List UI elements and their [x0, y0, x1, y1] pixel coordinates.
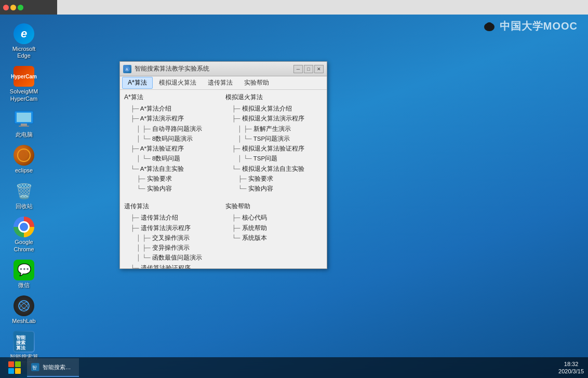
svg-text:搜索: 搜索: [16, 340, 25, 345]
tree-item-mutation[interactable]: │ ├─ 变异操作演示: [124, 243, 221, 253]
tree-item-a-star-demo[interactable]: ├─ A*算法演示程序: [124, 114, 221, 124]
menu-help[interactable]: 实验帮助: [239, 77, 274, 88]
minimize-btn[interactable]: [10, 5, 16, 10]
icon-solveigmm[interactable]: HyperCam SolveigMMHyperCam: [5, 63, 43, 104]
app-content: A*算法 ├─ A*算法介绍 ├─ A*算法演示程序 │ ├─ 自动寻路问题演示…: [120, 90, 327, 268]
meshlab-label: MeshLab: [12, 318, 35, 325]
chrome-icon-img: [14, 217, 34, 237]
tree-item-sys-version[interactable]: └─ 系统版本: [225, 233, 323, 243]
tree-item-a-star-req[interactable]: ├─ 实验要求: [124, 174, 221, 184]
taskbar-time: 18:32 2020/3/15: [558, 360, 584, 375]
genetic-header: 遗传算法: [124, 202, 221, 211]
svg-text:A: A: [126, 68, 128, 71]
tree-item-genetic-verify[interactable]: ├─ 遗传算法验证程序: [124, 263, 221, 269]
screenshot-toolbar: [0, 0, 57, 15]
recycle-label: 回收站: [16, 203, 33, 210]
right-column: 模拟退火算法 ├─ 模拟退火算法介绍 ├─ 模拟退火算法演示程序 │ ├─ 新解…: [225, 93, 323, 265]
app-minimize-btn[interactable]: ─: [293, 65, 303, 73]
app-titlebar: A 智能搜索算法教学实验系统 ─ □ ✕: [120, 62, 327, 76]
tree-item-8puzzle-demo[interactable]: │ └─ 8数码问题演示: [124, 134, 221, 144]
svg-point-8: [18, 150, 26, 160]
tree-item-func-demo[interactable]: │ └─ 函数最值问题演示: [124, 253, 221, 263]
mooc-watermark: 中国大学MOOC: [482, 19, 578, 33]
chrome-label: GoogleChrome: [14, 239, 34, 252]
desktop: 中国大学MOOC e MicrosoftEdge HyperCam Solvei…: [0, 0, 588, 378]
windows-logo: [8, 361, 21, 374]
tree-item-sa-demo[interactable]: ├─ 模拟退火算法演示程序: [225, 114, 323, 124]
tree-item-a-star-verify[interactable]: ├─ A*算法验证程序: [124, 144, 221, 154]
menu-a-star[interactable]: A*算法: [122, 77, 153, 89]
tree-item-core-code[interactable]: ├─ 核心代码: [225, 213, 323, 223]
sa-header: 模拟退火算法: [225, 93, 323, 102]
app-title-left: A 智能搜索算法教学实验系统: [123, 64, 209, 73]
app-menubar: A*算法 模拟退火算法 遗传算法 实验帮助: [120, 76, 327, 90]
svg-rect-6: [19, 126, 29, 127]
tree-item-sa-self[interactable]: └─ 模拟退火算法自主实验: [225, 164, 323, 174]
eclipse-label: eclipse: [15, 167, 33, 174]
svg-text:智能: 智能: [16, 335, 26, 340]
browser-toolbar: [57, 0, 588, 15]
left-column: A*算法 ├─ A*算法介绍 ├─ A*算法演示程序 │ ├─ 自动寻路问题演示…: [124, 93, 221, 265]
tree-item-crossover[interactable]: │ ├─ 交叉操作演示: [124, 233, 221, 243]
computer-label: 此电脑: [16, 131, 33, 138]
tree-item-sys-help[interactable]: ├─ 系统帮助: [225, 223, 323, 233]
icon-wechat[interactable]: 💬 微信: [5, 257, 43, 291]
app-title-text: 智能搜索算法教学实验系统: [135, 64, 209, 73]
svg-text:算法: 算法: [16, 345, 26, 350]
menu-simulated-annealing[interactable]: 模拟退火算法: [154, 77, 202, 88]
tree-item-sa-content[interactable]: └─ 实验内容: [225, 184, 323, 194]
icon-chrome[interactable]: GoogleChrome: [5, 214, 43, 254]
tree-item-new-sol[interactable]: │ ├─ 新解产生演示: [225, 124, 323, 134]
icon-microsoft-edge[interactable]: e MicrosoftEdge: [5, 21, 43, 61]
icon-meshlab[interactable]: MeshLab: [5, 293, 43, 327]
a-star-header: A*算法: [124, 93, 221, 102]
app-win-controls: ─ □ ✕: [293, 65, 324, 73]
edge-label: MicrosoftEdge: [12, 46, 36, 59]
mooc-text: 中国大学MOOC: [500, 19, 578, 33]
app-title-icon: A: [123, 65, 131, 73]
menu-genetic[interactable]: 遗传算法: [203, 77, 238, 88]
svg-text:智: 智: [32, 365, 37, 370]
tree-item-genetic-demo[interactable]: ├─ 遗传算法演示程序: [124, 223, 221, 233]
icon-eclipse[interactable]: eclipse: [5, 142, 43, 176]
app-close-btn[interactable]: ✕: [314, 65, 324, 73]
help-header: 实验帮助: [225, 202, 323, 211]
ai-icon-img: 智能 搜索 算法: [13, 331, 35, 353]
app-maximize-btn[interactable]: □: [304, 65, 313, 73]
eclipse-icon-img: [14, 145, 34, 166]
tree-item-sa-req[interactable]: ├─ 实验要求: [225, 174, 323, 184]
taskbar-item-label: 智能搜索算...: [43, 363, 75, 371]
svg-rect-5: [21, 124, 27, 126]
svg-rect-4: [17, 113, 31, 122]
taskbar: 智 智能搜索算... 18:32 2020/3/15: [0, 357, 588, 378]
tree-item-sa-tsp[interactable]: │ └─ TSP问题: [225, 154, 323, 164]
icon-recycle[interactable]: 🗑️ 回收站: [5, 178, 43, 212]
start-button[interactable]: [4, 358, 25, 377]
computer-icon-img: [14, 110, 34, 129]
tree-item-8puzzle-verify[interactable]: │ └─ 8数码问题: [124, 154, 221, 164]
mooc-bird-icon: [482, 19, 497, 33]
app-window: A 智能搜索算法教学实验系统 ─ □ ✕ A*算法 模拟退火算法 遗传算法: [119, 61, 327, 269]
taskbar-app-item[interactable]: 智 智能搜索算...: [27, 358, 79, 377]
tree-item-a-star-intro[interactable]: ├─ A*算法介绍: [124, 104, 221, 114]
recycle-icon-img: 🗑️: [14, 181, 34, 201]
tree-item-sa-intro[interactable]: ├─ 模拟退火算法介绍: [225, 104, 323, 114]
wechat-label: 微信: [18, 282, 30, 289]
wechat-icon-img: 💬: [14, 260, 34, 280]
taskbar-app-icon: 智: [31, 363, 39, 371]
solveig-icon-img: HyperCam: [14, 66, 34, 87]
tree-item-sa-verify[interactable]: ├─ 模拟退火算法验证程序: [225, 144, 323, 154]
solveig-label: SolveigMMHyperCam: [10, 88, 38, 102]
tree-item-tsp-demo[interactable]: │ └─ TSP问题演示: [225, 134, 323, 144]
tree-item-auto-path[interactable]: │ ├─ 自动寻路问题演示: [124, 124, 221, 134]
close-btn[interactable]: [3, 5, 9, 10]
tree-item-a-star-content[interactable]: └─ 实验内容: [124, 184, 221, 194]
icon-computer[interactable]: 此电脑: [5, 106, 43, 140]
meshlab-icon-img: [14, 295, 34, 316]
desktop-icons: e MicrosoftEdge HyperCam SolveigMMHyperC…: [5, 21, 43, 378]
maximize-btn[interactable]: [18, 5, 23, 10]
tree-item-genetic-intro[interactable]: ├─ 遗传算法介绍: [124, 213, 221, 223]
edge-icon-img: e: [14, 23, 34, 44]
tree-item-a-star-self[interactable]: └─ A*算法自主实验: [124, 164, 221, 174]
taskbar-right: 18:32 2020/3/15: [558, 360, 584, 375]
